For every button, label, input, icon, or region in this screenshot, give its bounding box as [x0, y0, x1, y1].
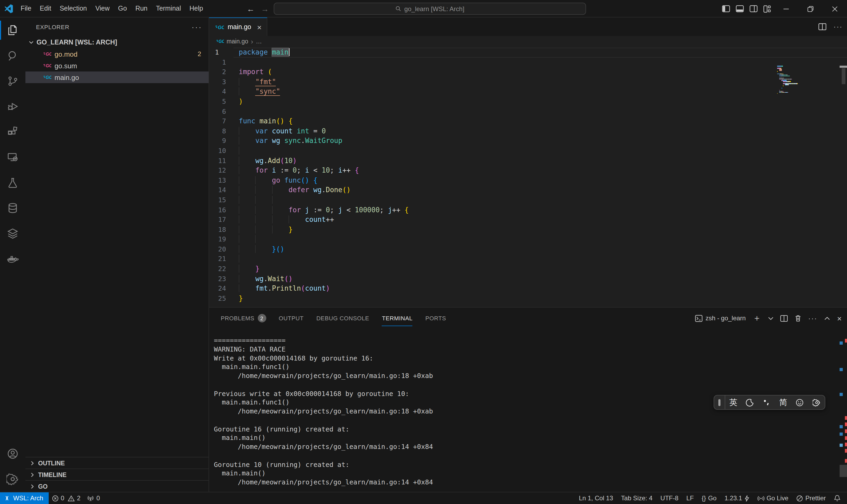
ime-toolbar[interactable]: 英 简	[714, 395, 825, 410]
code-line[interactable]: 11 wg.Add(10)	[209, 156, 847, 166]
docker-activity-icon[interactable]	[0, 246, 25, 272]
explorer-file-go.sum[interactable]: GOgo.sum	[25, 60, 209, 71]
toggle-panel-icon[interactable]	[733, 0, 746, 17]
search-activity-icon[interactable]	[0, 43, 25, 68]
kill-terminal-trash-icon[interactable]	[794, 314, 801, 322]
go-version-status[interactable]: 1.23.1	[724, 494, 750, 502]
problems-status[interactable]: 0 2	[49, 494, 84, 502]
code-line[interactable]: 2import (	[209, 67, 847, 77]
code-line[interactable]: 9 var wg sync.WaitGroup	[209, 136, 847, 146]
code-line[interactable]: 21	[209, 254, 847, 264]
ime-language-button[interactable]: 英	[725, 397, 742, 408]
tab-close-icon[interactable]: ×	[257, 22, 262, 32]
encoding-status[interactable]: UTF-8	[661, 494, 679, 502]
remote-explorer-activity-icon[interactable]	[0, 145, 25, 170]
explorer-activity-icon[interactable]	[0, 17, 25, 43]
code-line[interactable]: 7func main() {	[209, 116, 847, 126]
ime-simplified-button[interactable]: 简	[775, 397, 792, 408]
close-panel-icon[interactable]: ×	[837, 314, 842, 323]
ime-emoji-icon[interactable]	[791, 398, 808, 406]
prettier-status[interactable]: Prettier	[796, 494, 826, 502]
code-line[interactable]: 22 }	[209, 264, 847, 274]
menu-selection[interactable]: Selection	[55, 0, 91, 17]
breadcrumb[interactable]: GO main.go › …	[209, 36, 847, 47]
database-activity-icon[interactable]	[0, 195, 25, 221]
notifications-bell-icon[interactable]	[834, 494, 841, 502]
code-line[interactable]: 1	[209, 57, 847, 67]
close-window-button[interactable]	[823, 0, 847, 17]
code-line[interactable]: 5)	[209, 97, 847, 107]
panel-tab-ports[interactable]: PORTS	[421, 308, 450, 329]
sidebar-section-outline[interactable]: OUTLINE	[25, 457, 209, 469]
remote-indicator[interactable]: WSL: Arch	[0, 492, 49, 504]
tab-size-status[interactable]: Tab Size: 4	[621, 494, 652, 502]
code-line[interactable]: 8 var count int = 0	[209, 127, 847, 136]
source-control-activity-icon[interactable]	[0, 68, 25, 94]
code-editor[interactable]: 1package main12import (3 "fmt"4 "sync"5)…	[209, 47, 847, 325]
maximize-panel-icon[interactable]	[824, 316, 830, 320]
menu-run[interactable]: Run	[131, 0, 152, 17]
ime-punctuation-icon[interactable]	[758, 399, 775, 406]
toggle-sidebar-icon[interactable]	[719, 0, 733, 17]
code-line[interactable]: 16 for j := 0; j < 100000; j++ {	[209, 205, 847, 215]
terminal-output[interactable]: ==================WARNING: DATA RACEWrit…	[214, 336, 433, 487]
sidebar-section-go[interactable]: GO	[25, 480, 209, 492]
menu-file[interactable]: File	[16, 0, 35, 17]
code-line[interactable]: 14 defer wg.Done()	[209, 185, 847, 195]
minimize-button[interactable]	[774, 0, 798, 17]
tab-main-go[interactable]: GO main.go ×	[209, 17, 268, 36]
command-center-search[interactable]: go_learn [WSL: Arch]	[274, 3, 586, 15]
code-line[interactable]: 1package main	[209, 48, 847, 57]
code-line[interactable]: 3 "fmt"	[209, 77, 847, 87]
ime-drag-handle[interactable]	[718, 399, 720, 406]
editor-more-actions-icon[interactable]: ···	[833, 23, 843, 31]
menu-terminal[interactable]: Terminal	[152, 0, 185, 17]
panel-tab-terminal[interactable]: TERMINAL	[378, 308, 417, 329]
toggle-secondary-sidebar-icon[interactable]	[746, 0, 760, 17]
folder-root-row[interactable]: GO_LEARN [WSL: ARCH]	[25, 37, 209, 48]
go-live-status[interactable]: Go Live	[758, 494, 789, 502]
settings-gear-icon[interactable]	[0, 466, 25, 492]
editor-scrollbar[interactable]	[840, 47, 847, 325]
code-line[interactable]: 18 }	[209, 225, 847, 235]
code-line[interactable]: 15	[209, 195, 847, 205]
sidebar-section-timeline[interactable]: TIMELINE	[25, 469, 209, 480]
eol-status[interactable]: LF	[686, 494, 694, 502]
restore-button[interactable]	[798, 0, 823, 17]
layers-activity-icon[interactable]	[0, 221, 25, 246]
panel-tab-output[interactable]: OUTPUT	[274, 308, 308, 329]
code-line[interactable]: 4 "sync"	[209, 87, 847, 97]
code-line[interactable]: 6	[209, 107, 847, 116]
panel-more-actions-icon[interactable]: ···	[808, 314, 817, 322]
explorer-more-actions-icon[interactable]: ···	[192, 23, 202, 31]
code-line[interactable]: 20 }()	[209, 245, 847, 254]
menu-go[interactable]: Go	[114, 0, 131, 17]
split-editor-icon[interactable]	[818, 23, 826, 30]
explorer-file-go.mod[interactable]: GOgo.mod2	[25, 48, 209, 60]
code-line[interactable]: 25}	[209, 294, 847, 304]
explorer-file-main.go[interactable]: GOmain.go	[25, 71, 209, 83]
panel-tab-problems[interactable]: PROBLEMS2	[217, 308, 270, 329]
minimap[interactable]	[777, 66, 840, 94]
code-line[interactable]: 13 go func() {	[209, 176, 847, 185]
run-debug-activity-icon[interactable]	[0, 94, 25, 119]
terminal-tab-item[interactable]: zsh - go_learn	[695, 314, 745, 322]
ime-halfwidth-moon-icon[interactable]	[742, 398, 758, 406]
panel-tab-debug-console[interactable]: DEBUG CONSOLE	[312, 308, 374, 329]
code-line[interactable]: 17 count++	[209, 215, 847, 225]
ime-settings-gear-icon[interactable]	[808, 398, 825, 406]
menu-help[interactable]: Help	[185, 0, 207, 17]
customize-layout-icon[interactable]	[760, 0, 774, 17]
code-line[interactable]: 19	[209, 235, 847, 245]
extensions-activity-icon[interactable]	[0, 119, 25, 145]
accounts-icon[interactable]	[0, 441, 25, 466]
testing-activity-icon[interactable]	[0, 170, 25, 195]
split-terminal-icon[interactable]	[780, 315, 788, 322]
nav-forward-button[interactable]: →	[261, 4, 269, 13]
cursor-position-status[interactable]: Ln 1, Col 13	[579, 494, 613, 502]
terminal-dropdown-icon[interactable]	[768, 316, 773, 320]
code-line[interactable]: 23 wg.Wait()	[209, 274, 847, 284]
language-mode-status[interactable]: {} Go	[702, 494, 717, 502]
code-line[interactable]: 10	[209, 146, 847, 156]
menu-edit[interactable]: Edit	[35, 0, 55, 17]
